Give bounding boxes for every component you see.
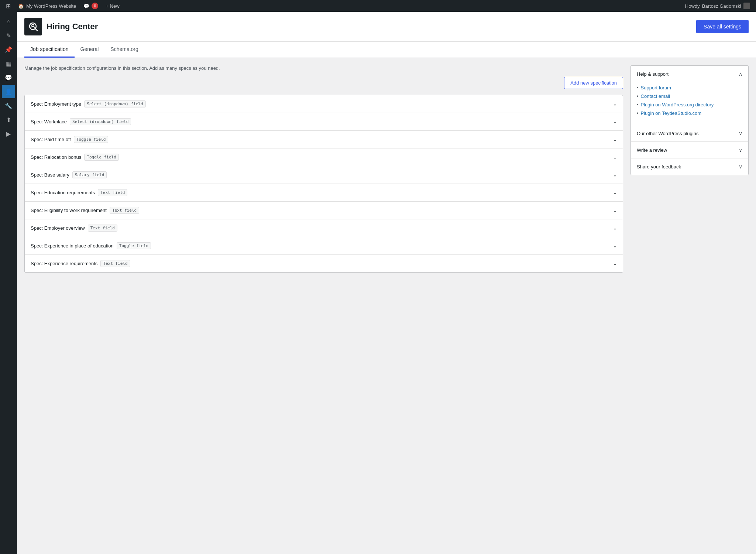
spec-name-base-salary: Spec: Base salary [31, 172, 69, 178]
help-support-title: Help & support [637, 71, 669, 77]
list-item-contact-email: Contact email [637, 93, 742, 99]
sidebar-section-other-plugins: Our other WordPress plugins ∨ [631, 125, 748, 142]
spec-badge-eligibility-to-work: Text field [110, 207, 139, 214]
spec-label-employment-type: Spec: Employment type Select (dropdown) … [31, 100, 146, 107]
help-links-list: Support forum Contact email Plugin on Wo… [637, 85, 742, 116]
share-feedback-header[interactable]: Share your feedback ∨ [631, 158, 748, 175]
wp-logo-icon: ⊞ [6, 3, 11, 10]
add-spec-row: Add new specification [24, 77, 623, 89]
spec-row-eligibility-to-work[interactable]: Spec: Eligibility to work requirement Te… [25, 202, 623, 219]
spec-badge-relocation-bonus: Toggle field [84, 154, 118, 161]
sidebar-item-plugins[interactable]: ⬆ [2, 113, 15, 126]
spec-label-workplace: Spec: Workplace Select (dropdown) field [31, 118, 131, 125]
chevron-down-icon-employment-type: ⌄ [613, 102, 617, 107]
spec-label-paid-time-off: Spec: Paid time off Toggle field [31, 136, 108, 143]
plugin-logo: Hiring Center [24, 18, 98, 35]
user-greeting[interactable]: Howdy, Bartosz Gadomski [682, 0, 753, 12]
nav-tabs: Job specification General Schema.org [17, 42, 756, 58]
spec-row-paid-time-off[interactable]: Spec: Paid time off Toggle field ⌄ [25, 131, 623, 148]
spec-row-relocation-bonus[interactable]: Spec: Relocation bonus Toggle field ⌄ [25, 148, 623, 166]
content-area: Manage the job specification configurati… [24, 58, 749, 280]
spec-name-employer-overview: Spec: Employer overview [31, 225, 85, 231]
site-name-link[interactable]: 🏠 My WordPress Website [15, 0, 79, 12]
tab-schema-org[interactable]: Schema.org [104, 42, 144, 58]
spec-badge-base-salary: Salary field [72, 171, 107, 178]
user-avatar [743, 3, 750, 9]
write-review-header[interactable]: Write a review ∨ [631, 142, 748, 158]
other-plugins-header[interactable]: Our other WordPress plugins ∨ [631, 125, 748, 141]
tab-general[interactable]: General [75, 42, 105, 58]
spec-row-experience-requirements[interactable]: Spec: Experience requirements Text field… [25, 255, 623, 272]
list-item-teydea-studio: Plugin on TeydeaStudio.com [637, 110, 742, 116]
chevron-down-icon-experience-requirements: ⌄ [613, 261, 617, 266]
spec-row-employment-type[interactable]: Spec: Employment type Select (dropdown) … [25, 95, 623, 113]
spec-badge-employment-type: Select (dropdown) field [84, 100, 145, 107]
sidebar-section-review: Write a review ∨ [631, 142, 748, 158]
chevron-down-icon-eligibility-to-work: ⌄ [613, 208, 617, 213]
spec-row-experience-in-place[interactable]: Spec: Experience in place of education T… [25, 237, 623, 255]
spec-row-base-salary[interactable]: Spec: Base salary Salary field ⌄ [25, 166, 623, 184]
sidebar-panel: Help & support ∧ Support forum Contact e… [630, 65, 749, 175]
collapse-icon-help: ∧ [739, 71, 742, 77]
spec-label-eligibility-to-work: Spec: Eligibility to work requirement Te… [31, 207, 139, 214]
other-plugins-title: Our other WordPress plugins [637, 131, 698, 136]
sidebar-item-users[interactable]: 👤 [2, 85, 15, 98]
sidebar-section-help: Help & support ∧ Support forum Contact e… [631, 66, 748, 125]
add-new-specification-button[interactable]: Add new specification [564, 77, 623, 89]
wp-directory-link[interactable]: Plugin on WordPress.org directory [641, 102, 714, 107]
spec-label-experience-requirements: Spec: Experience requirements Text field [31, 260, 130, 267]
chevron-down-icon-experience-in-place: ⌄ [613, 243, 617, 249]
sidebar-section-feedback: Share your feedback ∨ [631, 158, 748, 175]
save-all-settings-button[interactable]: Save all settings [696, 20, 749, 33]
chevron-down-icon-base-salary: ⌄ [613, 172, 617, 178]
spec-name-eligibility-to-work: Spec: Eligibility to work requirement [31, 208, 107, 213]
teydea-studio-link[interactable]: Plugin on TeydeaStudio.com [641, 110, 702, 116]
comments-icon: 💬 [83, 3, 89, 9]
spec-row-workplace[interactable]: Spec: Workplace Select (dropdown) field … [25, 113, 623, 131]
sidebar-item-pin[interactable]: 📌 [2, 43, 15, 56]
spec-name-education-requirements: Spec: Education requirements [31, 190, 95, 195]
spec-table: Spec: Employment type Select (dropdown) … [24, 95, 623, 273]
sidebar-item-posts[interactable]: ✎ [2, 29, 15, 42]
spec-name-workplace: Spec: Workplace [31, 119, 67, 124]
spec-name-experience-requirements: Spec: Experience requirements [31, 261, 97, 266]
spec-badge-experience-requirements: Text field [100, 260, 130, 267]
tab-job-specification[interactable]: Job specification [24, 42, 75, 58]
svg-line-1 [35, 28, 37, 31]
write-review-title: Write a review [637, 147, 667, 153]
spec-row-education-requirements[interactable]: Spec: Education requirements Text field … [25, 184, 623, 202]
main-panel: Manage the job specification configurati… [24, 65, 623, 273]
admin-sidebar: ⌂ ✎ 📌 ▦ 💬 👤 🔧 ⬆ ▶ [0, 12, 17, 554]
sidebar-item-comments[interactable]: 💬 [2, 71, 15, 84]
sidebar-item-play[interactable]: ▶ [2, 127, 15, 140]
spec-name-relocation-bonus: Spec: Relocation bonus [31, 154, 81, 160]
spec-row-employer-overview[interactable]: Spec: Employer overview Text field ⌄ [25, 219, 623, 237]
spec-badge-paid-time-off: Toggle field [74, 136, 108, 143]
sidebar-item-dashboard[interactable]: ⌂ [2, 15, 15, 28]
admin-bar: ⊞ 🏠 My WordPress Website 💬 0 + New Howdy… [0, 0, 756, 12]
wp-logo-link[interactable]: ⊞ [3, 0, 14, 12]
sidebar-box: Help & support ∧ Support forum Contact e… [630, 65, 749, 175]
main-content: Hiring Center Save all settings Job spec… [17, 12, 756, 554]
comment-count: 0 [92, 3, 98, 9]
help-support-header[interactable]: Help & support ∧ [631, 66, 748, 82]
section-description: Manage the job specification configurati… [24, 65, 623, 71]
spec-badge-employer-overview: Text field [88, 225, 117, 232]
sidebar-item-tools[interactable]: 🔧 [2, 99, 15, 112]
spec-label-base-salary: Spec: Base salary Salary field [31, 171, 107, 178]
share-feedback-title: Share your feedback [637, 164, 681, 170]
spec-label-experience-in-place: Spec: Experience in place of education T… [31, 242, 151, 249]
sidebar-item-blocks[interactable]: ▦ [2, 57, 15, 70]
chevron-down-icon-education-requirements: ⌄ [613, 190, 617, 195]
support-forum-link[interactable]: Support forum [641, 85, 671, 90]
spec-badge-workplace: Select (dropdown) field [70, 118, 131, 125]
new-content-link[interactable]: + New [103, 0, 122, 12]
contact-email-link[interactable]: Contact email [641, 93, 670, 99]
logo-icon [24, 18, 42, 35]
comments-link[interactable]: 💬 0 [80, 0, 101, 12]
spec-name-experience-in-place: Spec: Experience in place of education [31, 243, 114, 249]
spec-label-relocation-bonus: Spec: Relocation bonus Toggle field [31, 154, 119, 161]
spec-badge-experience-in-place: Toggle field [117, 242, 151, 249]
spec-label-education-requirements: Spec: Education requirements Text field [31, 189, 127, 196]
site-name: My WordPress Website [26, 3, 76, 9]
